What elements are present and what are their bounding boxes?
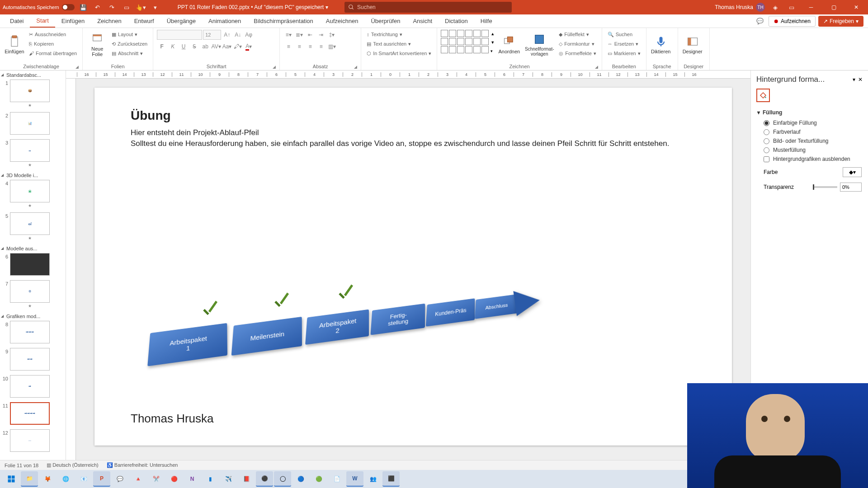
pane-options-icon[interactable]: ▾ <box>853 76 855 83</box>
touch-mode-icon[interactable]: 👆▾ <box>135 1 147 13</box>
taskbar-app-icon[interactable]: ⬛ <box>382 471 400 487</box>
taskbar-word-icon[interactable]: W <box>346 471 363 487</box>
shapes-gallery[interactable] <box>441 30 489 53</box>
italic-icon[interactable]: K <box>168 42 178 52</box>
slide-thumbnail[interactable]: 📦 <box>10 80 50 102</box>
taskbar-firefox-icon[interactable]: 🦊 <box>39 471 56 487</box>
slide-thumbnail[interactable]: 🏛 <box>10 180 50 202</box>
checkmark-icon[interactable] <box>270 295 290 314</box>
segment-2[interactable]: Meilenstein <box>231 317 302 356</box>
align-center-icon[interactable]: ≡ <box>294 42 304 52</box>
shrink-font-icon[interactable]: A↓ <box>233 30 243 40</box>
close-button[interactable]: ✕ <box>847 1 865 14</box>
undo-icon[interactable]: ↶ <box>92 1 104 13</box>
tab-hilfe[interactable]: Hilfe <box>474 15 499 27</box>
search-input[interactable]: Suchen <box>344 2 512 13</box>
bold-icon[interactable]: F <box>157 42 167 52</box>
find-button[interactable]: 🔍 Suchen <box>606 30 642 39</box>
slide-thumbnail[interactable] <box>10 253 50 276</box>
columns-icon[interactable]: ▥▾ <box>327 42 337 52</box>
align-left-icon[interactable]: ≡ <box>283 42 293 52</box>
fill-gradient-radio[interactable]: Farbverlauf <box>757 127 862 136</box>
taskbar-onenote-icon[interactable]: N <box>184 471 201 487</box>
gallery-down-icon[interactable]: ▼ <box>491 40 495 45</box>
shape-fill-button[interactable]: ◆ Fülleffekt ▾ <box>557 30 598 39</box>
section-header[interactable]: Grafiken mod... <box>0 312 66 320</box>
autosave-toggle[interactable]: Automatisches Speichern <box>3 4 75 10</box>
checkmark-icon[interactable] <box>198 303 218 323</box>
arrange-button[interactable]: Anordnen <box>496 30 522 60</box>
tab-aufzeichnen[interactable]: Aufzeichnen <box>320 15 365 27</box>
taskbar-powerpoint-icon[interactable]: P <box>93 471 110 487</box>
fill-section-toggle[interactable]: ▾Füllung <box>757 107 862 118</box>
paste-button[interactable]: Einfügen <box>4 30 25 60</box>
shape-effects-button[interactable]: ◎ Formeffekte ▾ <box>557 49 598 58</box>
taskbar-explorer-icon[interactable]: 📁 <box>21 471 38 487</box>
fill-pattern-radio[interactable]: Musterfüllung <box>757 145 862 155</box>
numbering-icon[interactable]: ≣▾ <box>294 30 304 40</box>
hide-graphics-checkbox[interactable]: Hintergrundgrafiken ausblenden <box>757 155 862 164</box>
strike-icon[interactable]: S̶ <box>189 42 199 52</box>
taskbar-telegram-icon[interactable]: ✈️ <box>220 471 237 487</box>
align-text-button[interactable]: ▤ Text ausrichten ▾ <box>365 39 433 48</box>
dialog-launcher-icon[interactable]: ◢ <box>595 65 598 69</box>
segment-5[interactable]: Kunden-Präs <box>426 298 475 327</box>
indent-dec-icon[interactable]: ⇤ <box>305 30 315 40</box>
slide-thumbnail[interactable]: ··· <box>10 429 50 452</box>
taskbar-app-icon[interactable]: ◯ <box>274 471 291 487</box>
tab-start[interactable]: Start <box>30 14 55 28</box>
cut-button[interactable]: ✂ Ausschneiden <box>27 30 79 39</box>
align-right-icon[interactable]: ≡ <box>305 42 315 52</box>
redo-icon[interactable]: ↷ <box>106 1 118 13</box>
slide-thumbnail[interactable]: ➡➡ <box>10 348 50 371</box>
fill-solid-radio[interactable]: Einfarbige Füllung <box>757 118 862 127</box>
tab-einfuegen[interactable]: Einfügen <box>55 15 91 27</box>
font-name-combo[interactable] <box>157 30 202 40</box>
toggle-switch[interactable] <box>62 4 75 10</box>
slide-text-line2[interactable]: Solltest du eine Herausforderung haben, … <box>131 138 696 149</box>
taskbar-teams-icon[interactable]: 👥 <box>364 471 382 487</box>
slide-title[interactable]: Übung <box>131 108 696 123</box>
save-icon[interactable]: 💾 <box>77 1 89 13</box>
taskbar-obs-icon[interactable]: ⚫ <box>256 471 273 487</box>
quick-styles-button[interactable]: Schnellformat- vorlagen <box>524 30 555 60</box>
taskbar-app-icon[interactable]: 🟢 <box>310 471 327 487</box>
slide-thumbnail[interactable]: ▪▪ <box>10 139 50 162</box>
taskbar-app-icon[interactable]: 🔴 <box>165 471 183 487</box>
slide-thumbnails-panel[interactable]: Standardabsc... 1📦★ 2📊 3▪▪★ 3D Modelle i… <box>0 70 66 460</box>
font-color-icon[interactable]: A▾ <box>244 42 254 52</box>
share-button[interactable]: ↗Freigeben▾ <box>818 16 863 27</box>
dialog-launcher-icon[interactable]: ◢ <box>75 65 79 69</box>
comments-icon[interactable]: 💬 <box>754 15 766 27</box>
qat-customize-icon[interactable]: ▾ <box>150 1 161 13</box>
layout-button[interactable]: ▦ Layout ▾ <box>110 30 149 39</box>
taskbar-app-icon[interactable]: 📄 <box>328 471 345 487</box>
taskbar-outlook-icon[interactable]: 📧 <box>75 471 92 487</box>
fill-tab-icon[interactable] <box>756 89 770 102</box>
tab-animationen[interactable]: Animationen <box>202 15 247 27</box>
slide-text-line1[interactable]: Hier entsteht dein Projekt-Ablauf-Pfeil <box>131 127 696 138</box>
section-button[interactable]: ▤ Abschnitt ▾ <box>110 49 149 58</box>
replace-button[interactable]: ↔ Ersetzen ▾ <box>606 39 642 48</box>
gallery-more-icon[interactable]: ▾ <box>491 49 495 53</box>
bullets-icon[interactable]: ≡▾ <box>283 30 293 40</box>
tab-entwurf[interactable]: Entwurf <box>128 15 160 27</box>
section-header[interactable]: Standardabsc... <box>0 70 66 79</box>
taskbar-snip-icon[interactable]: ✂️ <box>147 471 165 487</box>
segment-3[interactable]: Arbeitspaket 2 <box>305 310 369 345</box>
transparency-slider[interactable] <box>813 186 837 188</box>
format-painter-button[interactable]: 🖌 Format übertragen <box>27 49 79 58</box>
text-direction-button[interactable]: ↕ Textrichtung ▾ <box>365 30 433 39</box>
minimize-button[interactable]: ─ <box>802 1 820 14</box>
accessibility-status[interactable]: ♿ Barrierefreiheit: Untersuchen <box>107 462 178 468</box>
segment-6[interactable]: Abschluss <box>475 294 518 319</box>
ribbon-display-icon[interactable]: ▭ <box>786 1 797 13</box>
present-from-start-icon[interactable]: ▭ <box>121 1 132 13</box>
slide-thumbnail[interactable]: ➡ <box>10 375 50 398</box>
coming-soon-icon[interactable]: ◈ <box>769 1 781 13</box>
grow-font-icon[interactable]: A↑ <box>222 30 232 40</box>
tab-bildschirmpraesentation[interactable]: Bildschirmpräsentation <box>247 15 320 27</box>
slide-counter[interactable]: Folie 11 von 18 <box>5 463 38 468</box>
pane-close-icon[interactable]: ✕ <box>858 76 863 83</box>
slide-thumbnail-current[interactable]: ➡➡➡➡ <box>10 402 50 425</box>
